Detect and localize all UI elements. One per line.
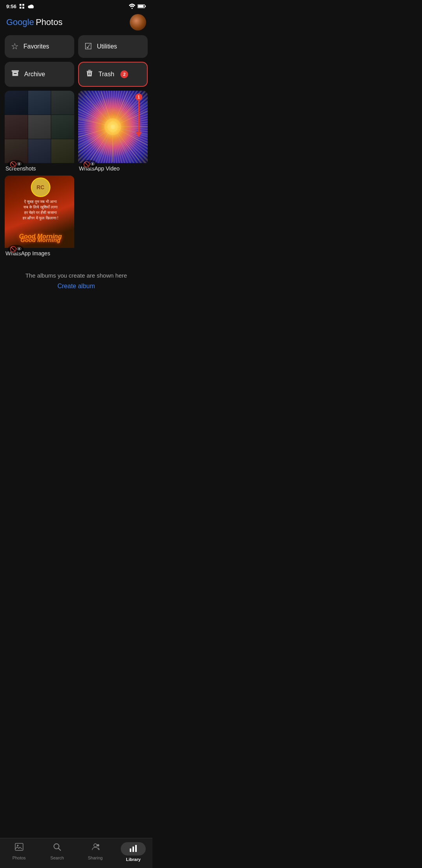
svg-line-34: [89, 127, 113, 151]
arrow-head: [136, 132, 142, 137]
svg-line-20: [86, 95, 113, 127]
create-album-button[interactable]: Create album: [8, 283, 145, 290]
svg-line-25: [113, 127, 148, 135]
svg-line-29: [78, 109, 113, 127]
create-section: The albums you create are shown here Cre…: [0, 260, 152, 298]
arrow-badge: 1: [135, 93, 142, 100]
screenshots-album[interactable]: 🚫👁 Screenshots: [5, 91, 74, 172]
svg-line-23: [113, 93, 132, 127]
svg-point-4: [132, 8, 133, 9]
utilities-label: Utilities: [97, 43, 117, 50]
screenshots-thumbnail: [5, 91, 74, 163]
status-bar: 9:56: [0, 0, 152, 11]
svg-point-36: [107, 121, 118, 132]
svg-point-37: [111, 124, 115, 129]
sc-cell-7: [5, 139, 28, 163]
svg-line-27: [97, 127, 113, 162]
goodmorning-thumbnail: RC ऐ सुबह तुम जब भी आनासब के लिये खुशिया…: [5, 176, 74, 248]
svg-line-11: [113, 111, 148, 127]
favorites-label: Favorites: [23, 43, 49, 50]
sc-cell-2: [28, 91, 51, 115]
svg-line-21: [101, 92, 113, 127]
status-left: 9:56: [6, 3, 34, 9]
archive-label: Archive: [24, 71, 45, 78]
svg-line-26: [113, 127, 132, 162]
trash-label: Trash: [98, 71, 114, 78]
favorites-button[interactable]: ☆ Favorites: [5, 35, 74, 58]
svg-rect-0: [20, 4, 21, 6]
hidden-icon-3: 🚫👁: [8, 245, 24, 253]
avatar[interactable]: [130, 14, 146, 30]
status-right: [129, 4, 146, 9]
svg-line-28: [78, 127, 113, 147]
svg-line-33: [113, 103, 137, 127]
svg-rect-7: [145, 5, 146, 7]
utilities-icon: ☑: [84, 41, 92, 52]
grid-icon: [19, 3, 25, 9]
archive-button[interactable]: Archive: [5, 62, 74, 87]
empty-albums-text: The albums you create are shown here: [8, 272, 145, 279]
albums-section: 🚫👁 Screenshots: [0, 91, 152, 256]
svg-line-31: [113, 127, 137, 151]
svg-rect-8: [12, 70, 19, 72]
svg-line-22: [113, 92, 128, 127]
star-icon: ☆: [11, 41, 19, 52]
svg-point-35: [104, 118, 121, 135]
sc-cell-1: [5, 91, 28, 115]
arrow-line: [138, 100, 139, 132]
trash-button[interactable]: Trash 2: [78, 62, 148, 87]
sc-cell-3: [51, 91, 74, 115]
svg-line-17: [78, 127, 113, 152]
sc-cell-6: [51, 115, 74, 139]
battery-icon: [138, 4, 146, 9]
sc-cell-5: [28, 115, 51, 139]
svg-line-24: [113, 103, 148, 127]
empty-slot: [78, 176, 148, 256]
svg-line-32: [89, 103, 113, 127]
header: Google Photos: [0, 11, 152, 35]
svg-line-13: [113, 127, 148, 145]
svg-line-19: [78, 118, 113, 127]
svg-rect-2: [20, 7, 21, 9]
wifi-icon: [129, 4, 136, 9]
svg-rect-6: [138, 5, 143, 7]
page-title: Google Photos: [6, 17, 63, 27]
whatsapp-images-album[interactable]: RC ऐ सुबह तुम जब भी आनासब के लिये खुशिया…: [5, 176, 74, 256]
sc-cell-8: [28, 139, 51, 163]
albums-row-1: 🚫👁 Screenshots: [5, 91, 148, 172]
action-grid: ☆ Favorites ☑ Utilities Archive Trash 2: [0, 35, 152, 91]
svg-rect-3: [22, 7, 24, 9]
svg-line-30: [95, 92, 113, 127]
sc-cell-4: [5, 115, 28, 139]
utilities-button[interactable]: ☑ Utilities: [78, 35, 148, 58]
hidden-icon-2: 🚫👁: [81, 160, 97, 169]
cloud-icon: [27, 4, 34, 9]
trash-icon: [85, 69, 94, 80]
svg-rect-9: [87, 71, 93, 72]
svg-rect-1: [22, 4, 24, 6]
archive-icon: [11, 69, 20, 80]
sc-cell-9: [51, 139, 74, 163]
svg-line-16: [89, 127, 113, 162]
svg-line-18: [78, 127, 113, 137]
time: 9:56: [6, 4, 16, 9]
trash-badge: 2: [120, 70, 128, 78]
hidden-icon: 🚫👁: [8, 160, 24, 169]
albums-row-2: RC ऐ सुबह तुम जब भी आनासब के लिये खुशिया…: [5, 176, 148, 256]
